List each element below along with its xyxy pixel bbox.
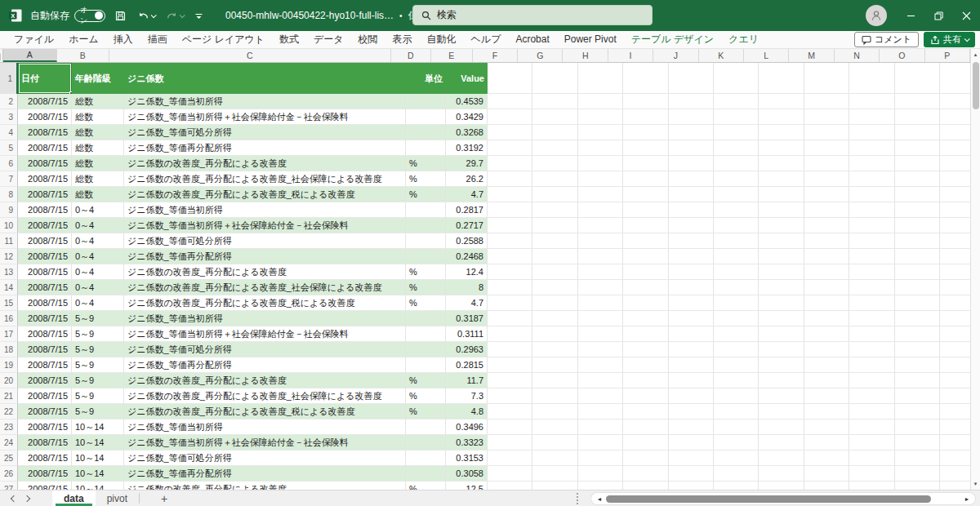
- cell-age-group[interactable]: 0～4: [72, 264, 124, 280]
- cell-empty[interactable]: [804, 295, 849, 311]
- cell-empty[interactable]: [940, 451, 970, 466]
- cell-empty[interactable]: [849, 404, 894, 419]
- cell-empty[interactable]: [669, 249, 714, 264]
- cell-empty[interactable]: [488, 388, 532, 404]
- cell-empty[interactable]: [759, 342, 804, 357]
- cell-empty[interactable]: [895, 125, 940, 140]
- cell-empty[interactable]: [623, 202, 668, 218]
- cell-empty[interactable]: [578, 140, 623, 156]
- cell-measure[interactable]: ジニ係数_等価再分配所得: [124, 357, 406, 373]
- ribbon-tab-1[interactable]: ホーム: [61, 31, 106, 48]
- cell-empty[interactable]: [759, 311, 804, 326]
- cell-empty[interactable]: [669, 419, 714, 435]
- cell-empty[interactable]: [714, 482, 759, 490]
- cell-date[interactable]: 2008/7/15: [18, 342, 72, 357]
- cell-empty[interactable]: [488, 373, 532, 388]
- row-number[interactable]: 27: [0, 482, 18, 490]
- cell-empty[interactable]: [714, 171, 759, 187]
- share-button[interactable]: 共有: [924, 32, 975, 47]
- row-number[interactable]: 21: [0, 388, 18, 404]
- cell-empty[interactable]: [895, 404, 940, 419]
- cell-empty[interactable]: [532, 218, 577, 233]
- cell-empty[interactable]: [578, 156, 623, 171]
- column-header-D[interactable]: D: [391, 49, 431, 62]
- cell-empty[interactable]: [532, 388, 577, 404]
- cell-measure[interactable]: ジニ係数の改善度_再分配による改善度_税による改善度: [124, 404, 406, 419]
- autosave-toggle[interactable]: オン: [74, 10, 105, 22]
- cell-empty[interactable]: [669, 326, 714, 342]
- cell-empty[interactable]: [895, 156, 940, 171]
- cell-empty[interactable]: [940, 326, 970, 342]
- row-number[interactable]: 5: [0, 140, 18, 156]
- cell-measure[interactable]: ジニ係数_等価可処分所得: [124, 233, 406, 249]
- cell-value[interactable]: 0.3058: [446, 466, 488, 482]
- cell-empty[interactable]: [895, 233, 940, 249]
- column-header-C[interactable]: C: [109, 49, 391, 62]
- cell-empty[interactable]: [532, 482, 577, 490]
- cell-empty[interactable]: [578, 280, 623, 295]
- cell-empty[interactable]: [849, 156, 894, 171]
- cell-empty[interactable]: [849, 295, 894, 311]
- cell-age-group[interactable]: 総数: [72, 94, 124, 109]
- scroll-up-icon[interactable]: ▲: [971, 49, 980, 60]
- cell-empty[interactable]: [669, 373, 714, 388]
- cell-age-group[interactable]: 5～9: [72, 357, 124, 373]
- column-header-F[interactable]: F: [473, 49, 518, 62]
- tab-splitter-grip[interactable]: [577, 493, 578, 504]
- cell-empty[interactable]: [578, 373, 623, 388]
- cell-empty[interactable]: [804, 419, 849, 435]
- cell-value[interactable]: 29.7: [446, 156, 488, 171]
- cell-empty[interactable]: [759, 388, 804, 404]
- cell-empty[interactable]: [849, 311, 894, 326]
- cell-empty[interactable]: [895, 419, 940, 435]
- cell-empty[interactable]: [940, 373, 970, 388]
- cell-date[interactable]: 2008/7/15: [18, 218, 72, 233]
- cell-empty[interactable]: [714, 466, 759, 482]
- cell-empty[interactable]: [849, 373, 894, 388]
- cell-empty[interactable]: [623, 311, 668, 326]
- cell-empty[interactable]: [804, 451, 849, 466]
- cell-measure[interactable]: ジニ係数_等価当初所得: [124, 419, 406, 435]
- cell-value[interactable]: 8: [446, 280, 488, 295]
- cell-empty[interactable]: [623, 326, 668, 342]
- cell-value[interactable]: 0.3268: [446, 125, 488, 140]
- cell-measure[interactable]: ジニ係数_等価当初所得: [124, 94, 406, 109]
- cell-measure[interactable]: ジニ係数_等価当初所得＋社会保障給付金－社会保険料: [124, 435, 406, 451]
- vertical-scroll-thumb[interactable]: [973, 62, 979, 109]
- cell-empty[interactable]: [488, 218, 532, 233]
- cell-date[interactable]: 2008/7/15: [18, 109, 72, 125]
- cell-measure[interactable]: ジニ係数_等価当初所得＋社会保障給付金－社会保険料: [124, 218, 406, 233]
- cell-empty[interactable]: [804, 249, 849, 264]
- cell-empty[interactable]: [669, 94, 714, 109]
- cell-measure[interactable]: ジニ係数の改善度_再分配による改善度_社会保障による改善度: [124, 280, 406, 295]
- row-number[interactable]: 19: [0, 357, 18, 373]
- cell-empty[interactable]: [940, 404, 970, 419]
- cell-unit[interactable]: %: [406, 482, 446, 490]
- cell-age-group[interactable]: 0～4: [72, 280, 124, 295]
- cell-date[interactable]: 2008/7/15: [18, 202, 72, 218]
- cell-age-group[interactable]: 総数: [72, 171, 124, 187]
- cell-empty[interactable]: [669, 63, 714, 94]
- cell-date[interactable]: 2008/7/15: [18, 171, 72, 187]
- cell-empty[interactable]: [669, 140, 714, 156]
- cell-empty[interactable]: [804, 342, 849, 357]
- cell-empty[interactable]: [488, 295, 532, 311]
- cell-empty[interactable]: [532, 171, 577, 187]
- cell-empty[interactable]: [804, 187, 849, 202]
- cell-empty[interactable]: [849, 233, 894, 249]
- cell-empty[interactable]: [804, 264, 849, 280]
- cell-empty[interactable]: [578, 404, 623, 419]
- cell-value[interactable]: 0.3323: [446, 435, 488, 451]
- cell-age-group[interactable]: 5～9: [72, 311, 124, 326]
- column-header-L[interactable]: L: [744, 49, 789, 62]
- ribbon-tab-2[interactable]: 挿入: [106, 31, 140, 48]
- cell-value[interactable]: 0.2815: [446, 357, 488, 373]
- cell-empty[interactable]: [623, 466, 668, 482]
- cell-unit[interactable]: [406, 94, 446, 109]
- cell-empty[interactable]: [804, 435, 849, 451]
- cell-value[interactable]: 0.2717: [446, 218, 488, 233]
- cell-empty[interactable]: [488, 357, 532, 373]
- cell-empty[interactable]: [578, 342, 623, 357]
- cell-unit[interactable]: %: [406, 264, 446, 280]
- cell-empty[interactable]: [669, 466, 714, 482]
